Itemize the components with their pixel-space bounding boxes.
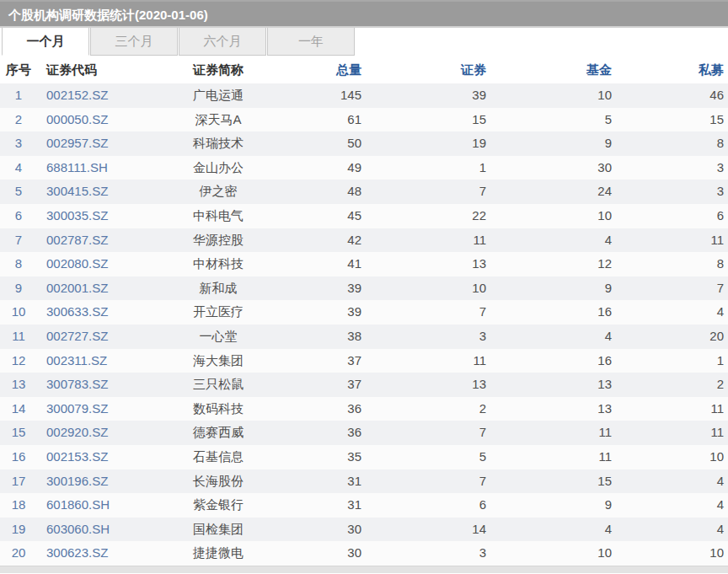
table-row[interactable]: 19603060.SH国检集团301444 bbox=[0, 518, 728, 542]
table-row[interactable]: 9002001.SZ新和成391097 bbox=[0, 276, 728, 301]
cell-private: 10 bbox=[616, 445, 728, 469]
column-header-private[interactable]: 私募 bbox=[616, 56, 728, 83]
cell-name: 捷捷微电 bbox=[155, 541, 281, 566]
column-header-fund[interactable]: 基金 bbox=[490, 56, 616, 83]
table-row[interactable]: 10300633.SZ开立医疗397164 bbox=[0, 300, 728, 325]
cell-securities: 3 bbox=[366, 541, 490, 566]
cell-code[interactable]: 002152.SZ bbox=[37, 83, 155, 108]
table-row[interactable]: 13300783.SZ三只松鼠3713132 bbox=[0, 373, 728, 397]
cell-code[interactable]: 688111.SH bbox=[37, 156, 155, 180]
column-header-securities[interactable]: 证券 bbox=[366, 56, 490, 83]
table-row[interactable]: 6300035.SZ中科电气4522106 bbox=[0, 204, 728, 228]
cell-securities: 7 bbox=[366, 300, 490, 325]
tab-one-month[interactable]: 一个月 bbox=[2, 28, 89, 56]
table-row[interactable]: 20300623.SZ捷捷微电3031010 bbox=[0, 541, 728, 566]
table-row[interactable]: 12002311.SZ海大集团3711161 bbox=[0, 349, 728, 373]
cell-fund: 4 bbox=[490, 228, 616, 253]
cell-securities: 13 bbox=[366, 373, 490, 397]
cell-serial: 16 bbox=[0, 445, 37, 469]
cell-code[interactable]: 300035.SZ bbox=[37, 204, 155, 228]
cell-total: 39 bbox=[281, 276, 366, 301]
table-row[interactable]: 14300079.SZ数码科技3621311 bbox=[0, 397, 728, 421]
cell-fund: 5 bbox=[490, 108, 616, 132]
cell-total: 37 bbox=[281, 373, 366, 397]
cell-name: 广电运通 bbox=[155, 83, 281, 108]
column-header-total[interactable]: 总量 bbox=[281, 56, 366, 83]
cell-fund: 11 bbox=[490, 421, 616, 445]
cell-name: 三只松鼠 bbox=[155, 373, 281, 397]
app-window: 个股机构调研数据统计(2020-01-06) 一个月 三个月 六个月 一年 序号… bbox=[0, 0, 728, 574]
cell-total: 49 bbox=[281, 156, 366, 180]
cell-securities: 3 bbox=[366, 325, 490, 349]
cell-code[interactable]: 300633.SZ bbox=[37, 300, 155, 325]
tab-six-months[interactable]: 六个月 bbox=[179, 28, 266, 56]
cell-name: 华源控股 bbox=[155, 228, 281, 253]
cell-code[interactable]: 300079.SZ bbox=[37, 397, 155, 421]
cell-code[interactable]: 002920.SZ bbox=[37, 421, 155, 445]
cell-fund: 12 bbox=[490, 252, 616, 276]
cell-code[interactable]: 002311.SZ bbox=[37, 349, 155, 373]
table-row[interactable]: 5300415.SZ伊之密487243 bbox=[0, 180, 728, 204]
cell-serial: 12 bbox=[0, 349, 37, 373]
table-row[interactable]: 3002957.SZ科瑞技术501998 bbox=[0, 131, 728, 156]
cell-private: 8 bbox=[616, 252, 728, 276]
table-header: 序号 证券代码 证券简称 总量 证券 基金 私募 bbox=[0, 56, 728, 83]
cell-code[interactable]: 603060.SH bbox=[37, 518, 155, 542]
table-row[interactable]: 15002920.SZ德赛西威3671111 bbox=[0, 421, 728, 445]
cell-name: 中材科技 bbox=[155, 252, 281, 276]
cell-code[interactable]: 002957.SZ bbox=[37, 131, 155, 156]
cell-total: 42 bbox=[281, 228, 366, 253]
cell-total: 31 bbox=[281, 469, 366, 494]
cell-securities: 14 bbox=[366, 518, 490, 542]
cell-serial: 5 bbox=[0, 180, 37, 204]
cell-fund: 4 bbox=[490, 518, 616, 542]
bottom-strip bbox=[0, 566, 728, 573]
cell-private: 10 bbox=[616, 541, 728, 566]
cell-code[interactable]: 300196.SZ bbox=[37, 469, 155, 494]
cell-securities: 7 bbox=[366, 180, 490, 204]
table-row[interactable]: 11002727.SZ一心堂383420 bbox=[0, 325, 728, 349]
cell-serial: 15 bbox=[0, 421, 37, 445]
cell-total: 37 bbox=[281, 349, 366, 373]
table-row[interactable]: 17300196.SZ长海股份317154 bbox=[0, 469, 728, 494]
cell-name: 海大集团 bbox=[155, 349, 281, 373]
cell-code[interactable]: 002787.SZ bbox=[37, 228, 155, 253]
cell-fund: 10 bbox=[490, 541, 616, 566]
cell-name: 开立医疗 bbox=[155, 300, 281, 325]
table-row[interactable]: 18601860.SH紫金银行31694 bbox=[0, 493, 728, 518]
table-row[interactable]: 7002787.SZ华源控股4211411 bbox=[0, 228, 728, 253]
cell-private: 2 bbox=[616, 373, 728, 397]
tab-three-months[interactable]: 三个月 bbox=[90, 28, 178, 56]
cell-fund: 10 bbox=[490, 83, 616, 108]
cell-name: 新和成 bbox=[155, 276, 281, 301]
table-row[interactable]: 4688111.SH金山办公491303 bbox=[0, 156, 728, 180]
cell-code[interactable]: 002153.SZ bbox=[37, 445, 155, 469]
cell-securities: 2 bbox=[366, 397, 490, 421]
cell-private: 11 bbox=[616, 421, 728, 445]
cell-private: 3 bbox=[616, 180, 728, 204]
cell-fund: 16 bbox=[490, 349, 616, 373]
cell-name: 深天马A bbox=[155, 108, 281, 132]
cell-total: 30 bbox=[281, 541, 366, 566]
cell-code[interactable]: 002727.SZ bbox=[37, 325, 155, 349]
table-row[interactable]: 8002080.SZ中材科技4113128 bbox=[0, 252, 728, 276]
column-header-name: 证券简称 bbox=[155, 56, 281, 83]
cell-total: 35 bbox=[281, 445, 366, 469]
cell-code[interactable]: 002080.SZ bbox=[37, 252, 155, 276]
cell-securities: 15 bbox=[366, 108, 490, 132]
cell-total: 31 bbox=[281, 493, 366, 518]
cell-code[interactable]: 300415.SZ bbox=[37, 180, 155, 204]
cell-serial: 9 bbox=[0, 276, 37, 301]
cell-code[interactable]: 002001.SZ bbox=[37, 276, 155, 301]
cell-code[interactable]: 300623.SZ bbox=[37, 541, 155, 566]
tab-one-year[interactable]: 一年 bbox=[267, 28, 355, 56]
table-row[interactable]: 1002152.SZ广电运通145391046 bbox=[0, 83, 728, 108]
table-row[interactable]: 16002153.SZ石基信息3551110 bbox=[0, 445, 728, 469]
cell-code[interactable]: 601860.SH bbox=[37, 493, 155, 518]
cell-securities: 10 bbox=[366, 276, 490, 301]
cell-fund: 13 bbox=[490, 397, 616, 421]
cell-total: 145 bbox=[281, 83, 366, 108]
table-row[interactable]: 2000050.SZ深天马A6115515 bbox=[0, 108, 728, 132]
cell-code[interactable]: 300783.SZ bbox=[37, 373, 155, 397]
cell-code[interactable]: 000050.SZ bbox=[37, 108, 155, 132]
